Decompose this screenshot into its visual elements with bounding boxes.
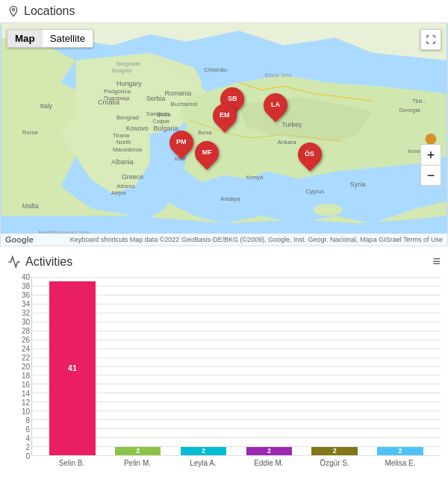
svg-text:Antalya: Antalya	[220, 196, 240, 202]
svg-text:Belgrade: Belgrade	[116, 60, 140, 67]
pin-label-os: ÖS	[305, 151, 314, 158]
svg-text:Подгорица: Подгорица	[104, 96, 130, 101]
pin-label-em: EM	[220, 112, 230, 119]
y-label-20: 20	[22, 363, 30, 371]
bar-value-leyla: 2	[202, 447, 205, 454]
chart-container: 40 38 36 34 32 30 28 26 24 22 20 18 16 1…	[7, 277, 441, 486]
google-logo: Google	[5, 235, 34, 244]
map-pin-mf[interactable]: MF	[195, 141, 219, 165]
bar-melisa: 2	[367, 277, 433, 455]
x-label-eddie: Eddie M.	[236, 459, 302, 467]
svg-text:Rome: Rome	[22, 129, 39, 136]
map-pin-em[interactable]: EM	[213, 104, 237, 128]
svg-text:Athens: Athens	[116, 183, 135, 190]
bar-pelin: 2	[105, 277, 171, 455]
svg-text:Greece: Greece	[122, 173, 143, 181]
svg-text:София: София	[153, 119, 169, 125]
y-label-10: 10	[22, 407, 30, 416]
activities-title-text: Activities	[25, 255, 72, 269]
y-label-4: 4	[25, 434, 30, 443]
svg-text:Kosovo: Kosovo	[126, 125, 149, 132]
pin-label-la: LA	[271, 101, 280, 109]
chart-menu-button[interactable]: ≡	[432, 254, 441, 269]
svg-text:Ankara: Ankara	[278, 139, 297, 146]
map-pin-la[interactable]: LA	[264, 93, 287, 117]
bar-value-pelin: 2	[136, 447, 140, 454]
bar-value-melisa: 2	[399, 447, 402, 454]
svg-text:Hungary: Hungary	[116, 80, 142, 87]
activities-icon	[7, 255, 21, 269]
svg-text:Malta: Malta	[22, 202, 39, 210]
grid-line-100	[32, 455, 441, 456]
y-label-38: 38	[22, 282, 30, 290]
locations-header: Locations	[0, 0, 448, 22]
y-label-22: 22	[22, 354, 30, 362]
map-attribution: Keyboard shortcuts Map data ©2022 GeoBas…	[70, 236, 443, 243]
svg-text:Macedonia: Macedonia	[113, 146, 142, 153]
zoom-out-button[interactable]: −	[420, 165, 441, 186]
map-container: Croatia Hungary Serbia Sarajevo Beograd …	[0, 22, 448, 246]
svg-text:Cyprus: Cyprus	[305, 188, 324, 195]
pin-label-mf: MF	[202, 149, 211, 157]
y-label-40: 40	[22, 273, 30, 281]
svg-text:Black Sea: Black Sea	[265, 72, 292, 78]
y-label-16: 16	[22, 381, 30, 389]
y-label-32: 32	[22, 309, 30, 317]
location-icon	[7, 5, 19, 17]
y-label-24: 24	[22, 345, 30, 353]
x-label-melisa: Melisa E.	[367, 459, 433, 467]
bar-ozgur: 2	[302, 277, 367, 455]
svg-text:Albania: Albania	[111, 158, 134, 166]
svg-text:Syria: Syria	[350, 181, 365, 188]
svg-text:North: North	[116, 139, 131, 146]
y-label-12: 12	[22, 399, 30, 407]
svg-text:Italy: Italy	[40, 102, 53, 110]
y-label-8: 8	[25, 416, 30, 425]
bar-value-selin: 41	[68, 363, 77, 372]
locations-title: Locations	[24, 4, 75, 18]
svg-text:Bucharest: Bucharest	[170, 101, 198, 107]
map-footer: Google Keyboard shortcuts Map data ©2022…	[1, 234, 447, 246]
map-image: Croatia Hungary Serbia Sarajevo Beograd …	[1, 23, 447, 246]
activities-title-group: Activities	[7, 255, 72, 269]
locations-section: Locations	[0, 0, 448, 246]
map-pin-os[interactable]: ÖS	[298, 143, 322, 166]
x-label-pelin: Pelin M.	[105, 459, 170, 467]
bar-value-eddie: 2	[267, 447, 271, 454]
svg-text:Bursa: Bursa	[198, 130, 211, 135]
pin-label-sb: SB	[228, 96, 237, 103]
y-label-18: 18	[22, 372, 30, 380]
activities-section: Activities ≡ 40 38 36 34 32 30 28 26 24 …	[0, 246, 448, 493]
y-label-34: 34	[22, 300, 30, 308]
bar-selin: 41	[40, 277, 105, 455]
pin-label-pm: PM	[176, 139, 187, 146]
map-type-satellite-button[interactable]: Satellite	[43, 30, 93, 47]
zoom-in-button[interactable]: +	[420, 144, 441, 165]
y-label-26: 26	[22, 336, 30, 344]
y-label-2: 2	[25, 443, 30, 452]
svg-text:Konya: Konya	[246, 174, 264, 181]
fullscreen-icon	[426, 34, 436, 45]
map-pin-pm[interactable]: PM	[169, 131, 193, 154]
svg-text:Romania: Romania	[165, 90, 192, 97]
bar-eddie: 2	[236, 277, 302, 455]
y-label-30: 30	[22, 318, 30, 326]
svg-text:Podgorica: Podgorica	[104, 88, 131, 95]
svg-text:Tbili...: Tbili...	[412, 99, 426, 104]
svg-text:Beograd: Beograd	[116, 114, 139, 121]
map-fullscreen-button[interactable]	[420, 29, 441, 50]
map-type-control[interactable]: Map Satellite	[7, 29, 93, 48]
map-type-map-button[interactable]: Map	[7, 30, 43, 47]
svg-text:Turkey: Turkey	[281, 121, 302, 128]
svg-text:Chișinău: Chișinău	[204, 66, 227, 73]
bar-value-ozgur: 2	[333, 447, 337, 454]
svg-point-42	[426, 134, 437, 145]
bar-leyla: 2	[171, 277, 237, 455]
activities-header: Activities ≡	[7, 254, 441, 269]
y-label-6: 6	[25, 425, 30, 434]
map-zoom-controls: + −	[420, 144, 441, 186]
svg-text:Georgia: Georgia	[399, 107, 420, 113]
y-label-36: 36	[22, 291, 30, 299]
svg-text:Beograd: Beograd	[112, 68, 131, 74]
svg-text:Αθήνα: Αθήνα	[111, 190, 126, 196]
